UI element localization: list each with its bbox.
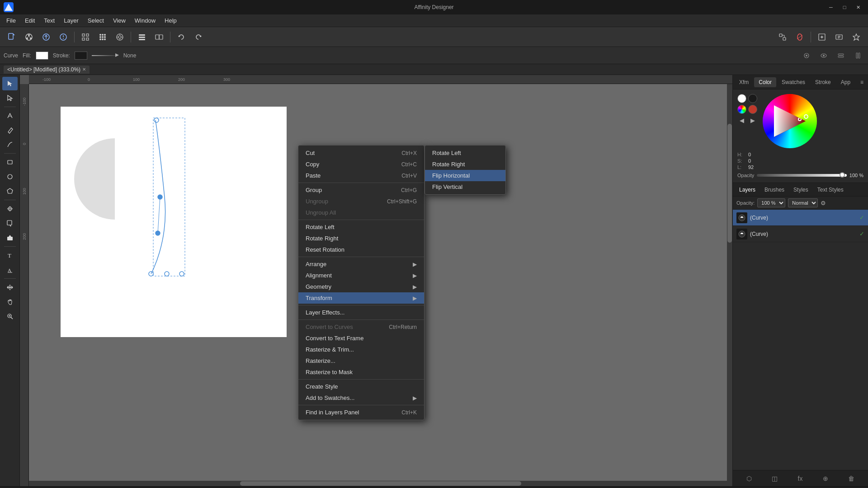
context-snap-btn[interactable] — [800, 50, 813, 61]
cs-next-btn[interactable]: ▶ — [748, 116, 757, 125]
tool-zoom[interactable] — [2, 310, 18, 323]
stroke-swatch[interactable] — [75, 52, 87, 60]
sm-flip-horizontal[interactable]: Flip Horizontal — [425, 170, 505, 181]
tool-select[interactable] — [2, 77, 18, 90]
horizontal-scrollbar[interactable] — [29, 481, 732, 486]
toolbar-grid-btn[interactable] — [77, 30, 94, 44]
cm-transform[interactable]: Transform ▶ — [298, 292, 424, 304]
toolbar-move-btn[interactable] — [151, 30, 167, 44]
toolbar-resize-btn[interactable] — [831, 30, 847, 44]
tool-polygon[interactable] — [2, 184, 18, 198]
layers-delete-icon[interactable]: 🗑 — [848, 475, 854, 482]
minimize-button[interactable]: ─ — [825, 3, 837, 12]
cm-copy[interactable]: Copy Ctrl+C — [298, 159, 424, 170]
tool-direct-select[interactable] — [2, 91, 18, 105]
cs-prev-btn[interactable]: ◀ — [737, 116, 746, 125]
cm-layer-effects[interactable]: Layer Effects... — [298, 307, 424, 318]
tool-artistic-text[interactable]: A — [2, 263, 18, 277]
tool-pen[interactable] — [2, 109, 18, 122]
menu-edit[interactable]: Edit — [20, 15, 39, 26]
tab-stroke[interactable]: Stroke — [811, 77, 835, 87]
sm-rotate-right[interactable]: Rotate Right — [425, 159, 505, 170]
cm-rotate-left[interactable]: Rotate Left — [298, 221, 424, 233]
tool-paint[interactable] — [2, 216, 18, 230]
cm-alignment[interactable]: Alignment ▶ — [298, 270, 424, 281]
cm-arrange[interactable]: Arrange ▶ — [298, 258, 424, 270]
cs-color-wheel-small[interactable] — [737, 105, 746, 114]
cm-create-style[interactable]: Create Style — [298, 381, 424, 392]
canvas-area[interactable]: -100 0 100 200 300 -100 0 100 200 — [20, 75, 732, 486]
tool-transform[interactable] — [2, 281, 18, 294]
cm-rotate-right[interactable]: Rotate Right — [298, 233, 424, 244]
color-wheel[interactable] — [763, 94, 817, 148]
tool-calligraphy[interactable] — [2, 138, 18, 151]
menu-select[interactable]: Select — [83, 15, 108, 26]
panel-collapse-btn[interactable]: ≡ — [858, 79, 866, 85]
cs-red[interactable] — [748, 105, 757, 114]
toolbar-export-btn[interactable] — [814, 30, 830, 44]
tool-colorpicker[interactable] — [2, 202, 18, 216]
tab-xfm[interactable]: Xfm — [735, 77, 753, 87]
toolbar-share-btn[interactable] — [21, 30, 37, 44]
tool-hand[interactable] — [2, 295, 18, 309]
h-scrollbar-thumb[interactable] — [240, 481, 521, 486]
layers-tab-styles[interactable]: Styles — [791, 186, 811, 194]
v-scrollbar-thumb[interactable] — [727, 124, 732, 243]
close-button[interactable]: ✕ — [852, 3, 864, 12]
toolbar-upload-btn[interactable] — [38, 30, 54, 44]
vertical-scrollbar[interactable] — [727, 84, 732, 481]
menu-text[interactable]: Text — [39, 15, 59, 26]
layers-adjustment-icon[interactable]: ⊕ — [823, 475, 828, 482]
layers-fx-icon[interactable]: fx — [798, 475, 803, 482]
tool-rect[interactable] — [2, 155, 18, 169]
toolbar-dots-btn[interactable] — [94, 30, 111, 44]
tool-ellipse[interactable] — [2, 170, 18, 183]
cm-cut[interactable]: Cut Ctrl+X — [298, 147, 424, 159]
sm-flip-vertical[interactable]: Flip Vertical — [425, 181, 505, 192]
toolbar-undo-btn[interactable] — [173, 30, 189, 44]
cm-convert-text-frame[interactable]: Convert to Text Frame — [298, 333, 424, 344]
layers-tab-brushes[interactable]: Brushes — [762, 186, 787, 194]
menu-window[interactable]: Window — [130, 15, 160, 26]
layer-item-curve-2[interactable]: (Curve) ✓ — [733, 226, 868, 242]
cm-rasterize[interactable]: Rasterize... — [298, 355, 424, 366]
cs-dark[interactable] — [748, 94, 757, 103]
layers-tab-text-styles[interactable]: Text Styles — [815, 186, 846, 194]
tab-app[interactable]: App — [836, 77, 855, 87]
layer-item-curve-1[interactable]: (Curve) ✓ — [733, 210, 868, 226]
toolbar-snap-btn[interactable] — [774, 30, 791, 44]
cm-rasterize-mask[interactable]: Rasterize to Mask — [298, 366, 424, 378]
tool-fill[interactable] — [2, 231, 18, 244]
toolbar-redo-btn[interactable] — [190, 30, 207, 44]
doc-tab[interactable]: <Untitled> [Modified] (333.0%) ✕ — [4, 66, 90, 74]
doc-tab-close[interactable]: ✕ — [82, 67, 86, 72]
layers-layers-icon[interactable]: ⬡ — [746, 475, 752, 482]
fill-swatch[interactable] — [36, 52, 48, 60]
toolbar-pen-btn[interactable] — [792, 30, 808, 44]
context-align-v-btn[interactable] — [852, 50, 864, 61]
menu-layer[interactable]: Layer — [59, 15, 83, 26]
menu-help[interactable]: Help — [160, 15, 181, 26]
cm-paste[interactable]: Paste Ctrl+V — [298, 170, 424, 181]
cm-reset-rotation[interactable]: Reset Rotation — [298, 244, 424, 255]
layers-tab-layers[interactable]: Layers — [736, 186, 758, 194]
tool-text[interactable]: T — [2, 249, 18, 262]
cm-rasterize-trim[interactable]: Rasterize & Trim... — [298, 344, 424, 355]
tab-color[interactable]: Color — [754, 77, 776, 87]
cm-group[interactable]: Group Ctrl+G — [298, 184, 424, 196]
layers-opacity-select[interactable]: 100 % — [757, 198, 785, 207]
opacity-slider[interactable] — [757, 174, 847, 177]
menu-file[interactable]: File — [2, 15, 20, 26]
toolbar-stack-btn[interactable] — [134, 30, 150, 44]
context-eye-btn[interactable] — [817, 50, 830, 61]
layers-mask-icon[interactable]: ◫ — [772, 475, 778, 482]
maximize-button[interactable]: □ — [838, 3, 851, 12]
layers-settings-icon[interactable]: ⚙ — [821, 200, 826, 206]
toolbar-star-btn[interactable] — [848, 30, 864, 44]
toolbar-target-btn[interactable] — [112, 30, 128, 44]
cm-find-layers[interactable]: Find in Layers Panel Ctrl+K — [298, 407, 424, 418]
layers-blend-select[interactable]: Normal — [788, 198, 818, 207]
tab-swatches[interactable]: Swatches — [777, 77, 810, 87]
cm-add-swatches[interactable]: Add to Swatches... ▶ — [298, 392, 424, 404]
sm-rotate-left[interactable]: Rotate Left — [425, 147, 505, 159]
